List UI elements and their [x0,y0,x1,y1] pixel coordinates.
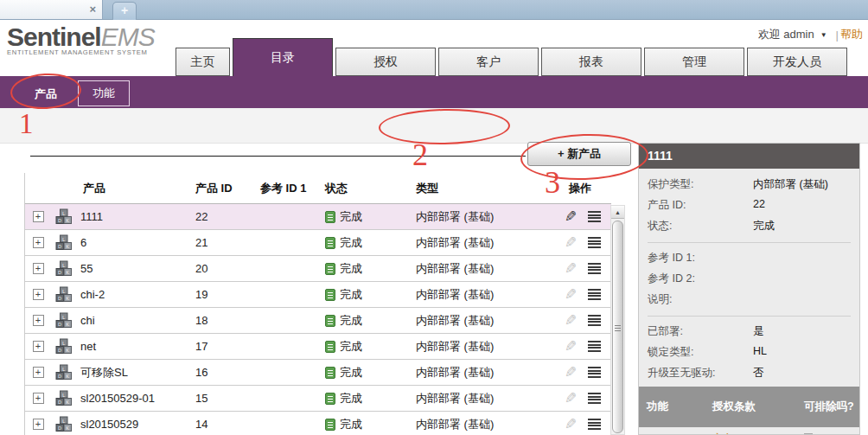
svg-text:D: D [58,244,61,249]
edit-icon[interactable]: ✎ [565,209,577,224]
table-row[interactable]: + L D K net17完成内部部署 (基础)✎ [25,334,611,360]
table-row[interactable]: + L D K 621完成内部部署 (基础)✎ [25,230,611,256]
subtab-products[interactable]: 产品 [19,80,73,108]
svg-text:D: D [58,348,61,353]
edit-icon[interactable]: ✎ [565,235,577,250]
table-row[interactable]: + L D K 可移除SL16完成内部部署 (基础)✎ [25,360,611,386]
annotation-number-2: 2 [412,139,428,170]
edit-icon[interactable]: ✎ [565,287,577,302]
detail-panel-title: 1111 [639,144,859,169]
detail-field-row: 锁定类型:HL [648,345,851,360]
detail-field-label: 参考 ID 2: [648,272,753,286]
expand-toggle-icon[interactable]: + [33,393,44,404]
toolbar-divider [30,156,526,157]
nav-tab-5[interactable]: 报表 [541,48,641,76]
subtab-features[interactable]: 功能 [78,80,130,106]
tab-close-icon[interactable]: × [89,3,96,16]
product-name: sl20150529 [80,418,138,431]
svg-text:D: D [58,218,61,223]
detail-field-row: 参考 ID 2: [648,272,851,286]
edit-icon[interactable]: ✎ [565,313,577,328]
nav-tab-4[interactable]: 客户 [438,48,539,76]
detail-fields: 保护类型:内部部署 (基础)产品 ID:22状态:完成参考 ID 1:参考 ID… [639,169,859,416]
status-complete-icon [325,237,335,249]
detail-field-row: 状态:完成 [648,219,851,233]
new-tab-button[interactable]: + [112,2,137,20]
edit-icon[interactable]: ✎ [565,339,577,354]
edit-icon[interactable]: ✎ [565,391,577,406]
product-type: 内部部署 (基础) [416,313,563,329]
row-menu-icon[interactable] [588,341,601,352]
row-menu-icon[interactable] [588,263,601,274]
product-id: 21 [195,236,260,249]
detail-field-value: 完成 [753,219,775,233]
product-detail-panel: 1111 保护类型:内部部署 (基础)产品 ID:22状态:完成参考 ID 1:… [638,143,860,435]
detail-field-value: 否 [753,366,764,381]
row-menu-icon[interactable] [588,419,601,430]
expand-toggle-icon[interactable]: + [33,289,44,300]
product-cubes-icon: L D K [54,286,73,303]
feature-license-terms: 永久 [705,432,796,435]
sentinel-ems-page: × + SentinelEMS ENTITLEMENT MANAGEMENT S… [0,0,868,435]
new-product-button[interactable]: + 新产品 [527,142,631,166]
products-table: 产品 产品 ID 参考 ID 1 状态 类型 操作 + L D K 111122… [24,173,611,435]
detail-divider [648,316,851,317]
nav-tab-1[interactable]: 主页 [176,48,230,76]
browser-active-tab[interactable]: × [0,0,103,19]
table-row[interactable]: + L D K chi18完成内部部署 (基础)✎ [25,308,611,334]
edit-icon[interactable]: ✎ [565,365,577,380]
expand-toggle-icon[interactable]: + [33,419,44,430]
product-name: chi-2 [80,288,105,301]
product-type: 内部部署 (基础) [416,209,563,225]
expand-toggle-icon[interactable]: + [33,211,44,222]
expand-toggle-icon[interactable]: + [33,315,44,326]
detail-field-label: 保护类型: [648,177,753,192]
edit-icon[interactable]: ✎ [565,417,577,432]
expand-toggle-icon[interactable]: + [33,341,44,352]
product-name: 可移除SL [80,365,128,381]
nav-tab-6[interactable]: 管理 [644,48,744,76]
detail-field-value: 是 [753,324,764,339]
table-row[interactable]: + L D K 111122完成内部部署 (基础)✎ [25,204,611,230]
row-menu-icon[interactable] [588,367,601,378]
row-menu-icon[interactable] [588,237,601,248]
expand-toggle-icon[interactable]: + [33,263,44,274]
nav-tab-7[interactable]: 开发人员 [747,48,847,76]
subnav-bar [0,76,868,108]
nav-tab-2[interactable]: 目录 [233,38,333,76]
detail-field-row: 保护类型:内部部署 (基础) [648,177,851,192]
table-row[interactable]: + L D K sl20150529-0115完成内部部署 (基础)✎ [25,386,611,412]
product-cubes-icon: L D K [54,338,73,355]
expand-toggle-icon[interactable]: + [33,237,44,248]
product-name: net [80,340,96,353]
row-menu-icon[interactable] [588,393,601,404]
table-row[interactable]: + L D K sl2015052914完成内部部署 (基础)✎ [25,412,611,435]
detail-field-label: 状态: [648,219,753,233]
edit-icon[interactable]: ✎ [565,261,577,276]
status-text: 完成 [340,313,362,329]
scrollbar-thumb[interactable] [612,221,623,433]
detail-field-row: 产品 ID:22 [648,198,851,213]
product-id: 16 [195,366,260,379]
nav-tab-3[interactable]: 授权 [335,48,436,76]
scrollbar-up-icon[interactable]: ▲ [611,206,624,219]
product-name: chi [80,314,95,327]
status-complete-icon [325,419,335,431]
svg-text:K: K [66,244,69,249]
row-menu-icon[interactable] [588,211,601,222]
row-menu-icon[interactable] [588,315,601,326]
product-cubes-icon: L D K [54,208,73,225]
status-text: 完成 [340,391,362,406]
table-scrollbar[interactable]: ▲ [610,205,625,435]
status-complete-icon [325,341,335,353]
product-name: 6 [80,236,86,249]
brand-subtitle: ENTITLEMENT MANAGEMENT SYSTEM [7,48,155,56]
table-row[interactable]: + L D K chi-219完成内部部署 (基础)✎ [25,282,611,308]
product-cubes-icon: L D K [54,260,73,277]
svg-text:K: K [66,348,69,353]
svg-text:D: D [58,400,61,405]
table-row[interactable]: + L D K 5520完成内部部署 (基础)✎ [25,256,611,282]
expand-toggle-icon[interactable]: + [33,367,44,378]
row-menu-icon[interactable] [588,289,601,300]
product-id: 18 [195,314,260,327]
